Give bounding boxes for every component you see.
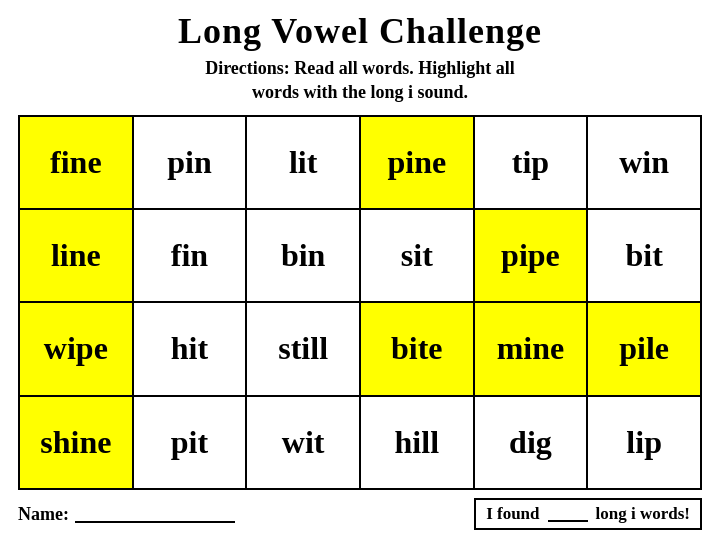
name-section: Name:	[18, 504, 235, 525]
table-cell: dig	[474, 396, 588, 489]
table-cell: bin	[246, 209, 360, 302]
table-cell: wit	[246, 396, 360, 489]
found-suffix: long i words!	[596, 504, 690, 524]
table-cell: mine	[474, 302, 588, 395]
table-cell: wipe	[19, 302, 133, 395]
table-cell: pile	[587, 302, 701, 395]
found-prefix: I found	[486, 504, 539, 524]
table-cell: pit	[133, 396, 247, 489]
table-cell: lit	[246, 116, 360, 209]
table-cell: shine	[19, 396, 133, 489]
found-blank[interactable]	[548, 506, 588, 522]
table-cell: bite	[360, 302, 474, 395]
table-cell: line	[19, 209, 133, 302]
table-cell: fin	[133, 209, 247, 302]
table-cell: bit	[587, 209, 701, 302]
table-cell: lip	[587, 396, 701, 489]
table-cell: still	[246, 302, 360, 395]
table-cell: win	[587, 116, 701, 209]
directions: Directions: Read all words. Highlight al…	[205, 56, 515, 105]
table-cell: hill	[360, 396, 474, 489]
table-cell: fine	[19, 116, 133, 209]
name-line[interactable]	[75, 505, 235, 523]
name-label: Name:	[18, 504, 69, 525]
table-cell: pine	[360, 116, 474, 209]
table-cell: tip	[474, 116, 588, 209]
page-title: Long Vowel Challenge	[178, 10, 542, 52]
table-cell: pin	[133, 116, 247, 209]
table-cell: pipe	[474, 209, 588, 302]
table-cell: hit	[133, 302, 247, 395]
table-cell: sit	[360, 209, 474, 302]
footer: Name: I found long i words!	[18, 498, 702, 530]
word-table: finepinlitpinetipwinlinefinbinsitpipebit…	[18, 115, 702, 490]
found-section: I found long i words!	[474, 498, 702, 530]
